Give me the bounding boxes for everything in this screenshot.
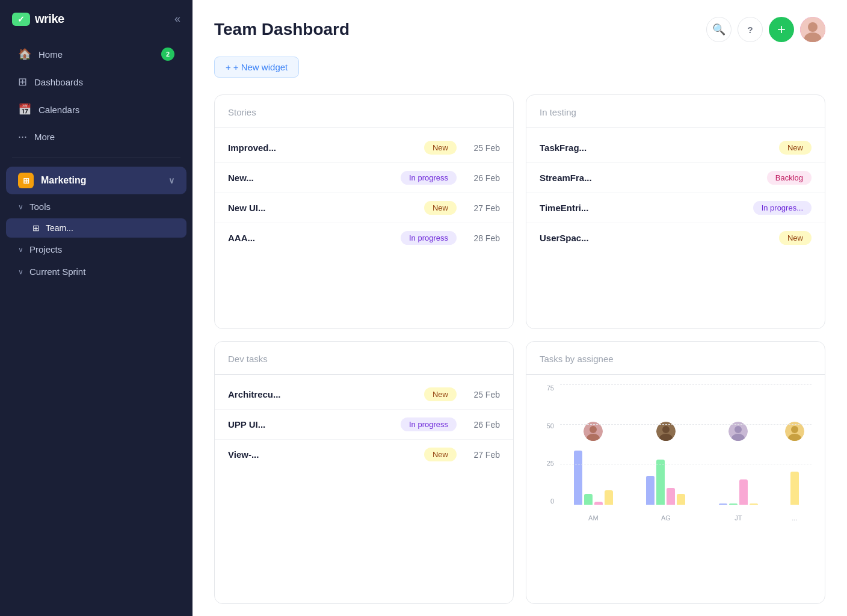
sidebar-item-team-dashboard[interactable]: ⊞ Team... bbox=[6, 218, 186, 238]
task-name: UserSpac... bbox=[540, 233, 772, 243]
sidebar-item-more-label: More bbox=[34, 132, 55, 142]
bar-ag-blue bbox=[646, 476, 654, 505]
sidebar-item-marketing[interactable]: ⊞ Marketing ∨ bbox=[6, 167, 186, 194]
marketing-icon: ⊞ bbox=[18, 173, 34, 188]
y-label-25: 25 bbox=[547, 460, 554, 467]
sidebar-item-dashboards-label: Dashboards bbox=[34, 77, 83, 87]
bar-ag-pink bbox=[667, 488, 675, 505]
status-badge: New bbox=[424, 448, 457, 461]
in-testing-widget-header: In testing bbox=[526, 95, 825, 128]
dashboards-icon: ⊞ bbox=[18, 75, 27, 88]
table-row[interactable]: Architrecu... New 25 Feb bbox=[215, 380, 513, 410]
sidebar: ✓ wrike « 🏠 Home 2 ⊞ Dashboards 📅 Calend… bbox=[0, 0, 192, 616]
sidebar-item-calendars[interactable]: 📅 Calendars bbox=[6, 97, 186, 122]
toolbar: + + New widget bbox=[192, 52, 847, 90]
dev-tasks-widget-body: Architrecu... New 25 Feb UPP UI... In pr… bbox=[215, 375, 513, 603]
table-row[interactable]: View-... New 27 Feb bbox=[215, 440, 513, 469]
bar-jt-pink bbox=[739, 479, 748, 505]
task-date: 27 Feb bbox=[464, 203, 500, 213]
table-row[interactable]: UPP UI... In progress 26 Feb bbox=[215, 410, 513, 440]
wrike-logo-icon: ✓ bbox=[12, 13, 30, 26]
table-row[interactable]: New... In progress 26 Feb bbox=[215, 163, 513, 193]
table-row[interactable]: TaskFrag... New bbox=[526, 133, 825, 163]
in-testing-widget: In testing TaskFrag... New StreamFra... … bbox=[526, 94, 825, 329]
dev-tasks-widget-title: Dev tasks bbox=[228, 354, 268, 364]
table-row[interactable]: Improved... New 25 Feb bbox=[215, 133, 513, 163]
table-row[interactable]: StreamFra... Backlog bbox=[526, 163, 825, 193]
task-name: New UI... bbox=[228, 203, 417, 213]
calendars-icon: 📅 bbox=[18, 103, 31, 116]
stories-widget-body: Improved... New 25 Feb New... In progres… bbox=[215, 128, 513, 328]
sidebar-item-tools[interactable]: ∨ Tools bbox=[6, 196, 186, 217]
sidebar-item-projects-label: Projects bbox=[29, 244, 62, 254]
x-label-4: ... bbox=[784, 514, 805, 522]
task-date: 26 Feb bbox=[464, 173, 500, 183]
tasks-by-assignee-widget: Tasks by assignee 75 50 25 0 bbox=[526, 341, 825, 604]
bars-ag bbox=[646, 445, 685, 505]
bar-jt-blue bbox=[719, 504, 727, 505]
search-button[interactable]: 🔍 bbox=[706, 17, 732, 42]
task-name: AAA... bbox=[228, 233, 393, 243]
svg-point-13 bbox=[791, 426, 798, 433]
bar-am-green bbox=[584, 494, 593, 505]
task-name: StreamFra... bbox=[540, 173, 760, 183]
sidebar-item-current-sprint-label: Current Sprint bbox=[29, 266, 85, 277]
status-badge: New bbox=[424, 201, 457, 215]
logo-text: wrike bbox=[35, 12, 64, 26]
y-axis-labels: 75 50 25 0 bbox=[540, 384, 556, 505]
table-row[interactable]: New UI... New 27 Feb bbox=[215, 193, 513, 223]
tools-chevron-icon: ∨ bbox=[18, 203, 23, 211]
stories-widget-header: Stories bbox=[215, 95, 513, 128]
sidebar-item-current-sprint[interactable]: ∨ Current Sprint bbox=[6, 261, 186, 282]
page-title: Team Dashboard bbox=[214, 20, 350, 39]
bar-am-yellow bbox=[605, 490, 613, 505]
bar-ag-green bbox=[656, 460, 665, 505]
search-icon: 🔍 bbox=[712, 23, 725, 36]
task-date: 27 Feb bbox=[464, 450, 500, 460]
help-button[interactable]: ? bbox=[738, 17, 763, 42]
new-widget-button[interactable]: + + New widget bbox=[214, 57, 299, 78]
dev-tasks-widget: Dev tasks Architrecu... New 25 Feb UPP U… bbox=[214, 341, 514, 604]
sidebar-item-projects[interactable]: ∨ Projects bbox=[6, 239, 186, 260]
home-badge: 2 bbox=[161, 48, 174, 61]
task-name: Improved... bbox=[228, 143, 417, 153]
task-name: TaskFrag... bbox=[540, 143, 772, 153]
table-row[interactable]: AAA... In progress 28 Feb bbox=[215, 223, 513, 253]
avatar[interactable] bbox=[800, 17, 825, 42]
svg-point-7 bbox=[662, 426, 670, 433]
status-badge: New bbox=[424, 141, 457, 155]
nav-divider bbox=[12, 158, 180, 158]
sidebar-item-more[interactable]: ··· More bbox=[6, 125, 186, 149]
in-testing-widget-body: TaskFrag... New StreamFra... Backlog Tim… bbox=[526, 128, 825, 328]
task-date: 25 Feb bbox=[464, 390, 500, 399]
stories-widget: Stories Improved... New 25 Feb New... In… bbox=[214, 94, 514, 329]
sidebar-item-dashboards[interactable]: ⊞ Dashboards bbox=[6, 69, 186, 94]
task-date: 28 Feb bbox=[464, 233, 500, 243]
dashboard-grid: Stories Improved... New 25 Feb New... In… bbox=[192, 90, 847, 616]
main-content: Team Dashboard 🔍 ? + bbox=[192, 0, 847, 616]
x-label-jt: JT bbox=[711, 514, 766, 522]
status-badge: In progress bbox=[401, 231, 457, 245]
bar-group-jt bbox=[711, 422, 766, 505]
logo-area: ✓ wrike bbox=[12, 12, 64, 26]
status-badge: New bbox=[779, 141, 812, 155]
svg-point-4 bbox=[590, 426, 597, 433]
table-row[interactable]: TimeEntri... In progres... bbox=[526, 193, 825, 223]
status-badge: In progress bbox=[401, 171, 457, 185]
add-button[interactable]: + bbox=[769, 17, 794, 42]
grid-line-50 bbox=[560, 424, 812, 425]
bars-am bbox=[574, 445, 613, 505]
projects-chevron-icon: ∨ bbox=[18, 245, 23, 254]
sidebar-item-home-label: Home bbox=[38, 49, 63, 60]
sidebar-item-home[interactable]: 🏠 Home 2 bbox=[6, 42, 186, 67]
team-dashboard-icon: ⊞ bbox=[32, 223, 40, 233]
y-label-50: 50 bbox=[547, 422, 554, 430]
bars-container bbox=[560, 384, 812, 505]
bars-jt bbox=[719, 445, 758, 505]
grid-line-25 bbox=[560, 464, 812, 464]
table-row[interactable]: UserSpac... New bbox=[526, 223, 825, 253]
add-icon: + bbox=[777, 22, 786, 37]
collapse-sidebar-button[interactable]: « bbox=[174, 13, 180, 25]
chart-area bbox=[560, 384, 812, 505]
new-widget-label: + New widget bbox=[233, 62, 288, 72]
